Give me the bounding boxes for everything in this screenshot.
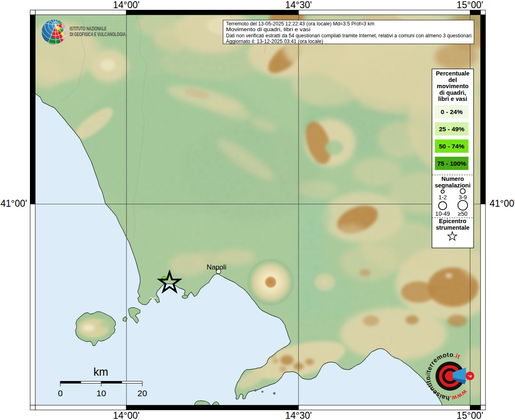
svg-text:Numero: Numero <box>442 176 464 182</box>
svg-text:≥50: ≥50 <box>458 210 467 217</box>
svg-text:Aggiornato il: 13-12-2025 03:4: Aggiornato il: 13-12-2025 03:41 (ora loc… <box>226 38 323 44</box>
svg-text:10: 10 <box>96 388 106 398</box>
svg-text:Terremoto del 13-05-2025 12:22: Terremoto del 13-05-2025 12:22:43 (ora l… <box>226 21 374 27</box>
svg-text:km: km <box>93 366 108 378</box>
svg-text:14°00': 14°00' <box>113 410 140 420</box>
svg-text:50 - 74%: 50 - 74% <box>439 143 464 150</box>
svg-text:14°00': 14°00' <box>113 0 140 10</box>
svg-text:Epicentro: Epicentro <box>439 218 467 224</box>
svg-text:41°00': 41°00' <box>490 198 515 209</box>
svg-text:1-2: 1-2 <box>438 194 447 201</box>
svg-text:movimento: movimento <box>437 83 468 89</box>
svg-text:14°30': 14°30' <box>285 0 312 10</box>
svg-text:0 - 24%: 0 - 24% <box>441 108 463 115</box>
svg-text:Dati non verificati estratti d: Dati non verificati estratti da 54 quest… <box>226 32 473 39</box>
svg-text:Movimento di quadri, libri e v: Movimento di quadri, libri e vasi <box>226 26 310 32</box>
svg-text:libri e vasi: libri e vasi <box>438 96 467 102</box>
svg-text:3-9: 3-9 <box>458 194 467 201</box>
svg-text:20: 20 <box>137 388 147 398</box>
svg-text:10-49: 10-49 <box>435 210 450 217</box>
svg-text:strumentale: strumentale <box>436 224 469 231</box>
svg-text:Napoli: Napoli <box>207 263 226 271</box>
svg-text:14°30': 14°30' <box>285 410 312 420</box>
svg-text:di quadri,: di quadri, <box>439 89 466 96</box>
svg-text:0: 0 <box>58 388 63 398</box>
svg-text:ISTITUTO NAZIONALE: ISTITUTO NAZIONALE <box>70 25 107 32</box>
svg-text:Percentuale: Percentuale <box>436 70 469 77</box>
svg-text:segnalazioni: segnalazioni <box>435 182 470 189</box>
svg-text:del: del <box>449 77 457 83</box>
svg-text:15°00': 15°00' <box>457 410 483 420</box>
svg-text:15°00': 15°00' <box>457 0 483 10</box>
svg-text:75 - 100%: 75 - 100% <box>437 160 466 167</box>
svg-text:25 - 49%: 25 - 49% <box>439 126 464 132</box>
svg-text:41°00': 41°00' <box>0 198 27 209</box>
svg-text:DI GEOFISICA E VULCANOLOGIA: DI GEOFISICA E VULCANOLOGIA <box>70 31 126 37</box>
